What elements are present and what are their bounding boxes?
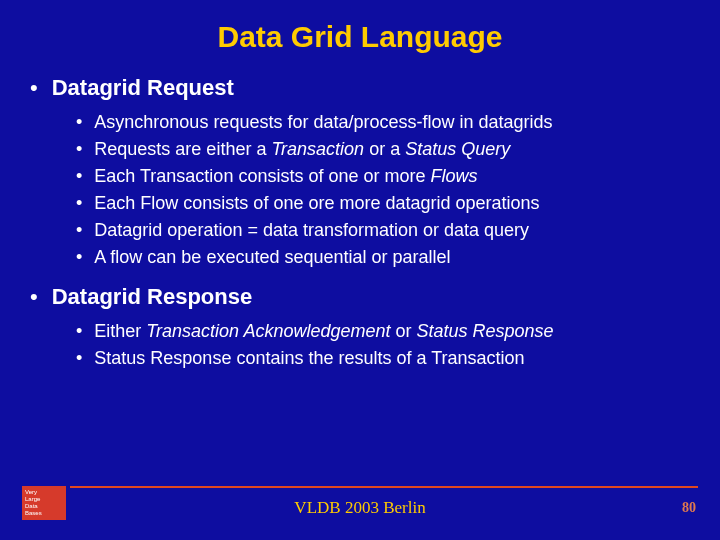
section-heading-text: Datagrid Request: [52, 74, 234, 102]
bullet-dot-icon: •: [76, 346, 82, 370]
section-heading-text: Datagrid Response: [52, 283, 253, 311]
bullet-dot-icon: •: [76, 245, 82, 269]
slide-content: • Datagrid Request • Asynchronous reques…: [0, 74, 720, 370]
page-number: 80: [682, 500, 696, 516]
list-item-text: Each Transaction consists of one or more…: [94, 164, 477, 188]
bullet-dot-icon: •: [76, 164, 82, 188]
bullet-dot-icon: •: [30, 283, 38, 311]
bullet-dot-icon: •: [30, 74, 38, 102]
list-item: • Each Transaction consists of one or mo…: [76, 164, 690, 188]
list-item: • Either Transaction Acknowledgement or …: [76, 319, 690, 343]
list-item-text: A flow can be executed sequential or par…: [94, 245, 450, 269]
logo-line: Very: [25, 489, 63, 496]
list-item-text: Datagrid operation = data transformation…: [94, 218, 529, 242]
footer-label: VLDB 2003 Berlin: [0, 498, 720, 518]
list-item: • Asynchronous requests for data/process…: [76, 110, 690, 134]
section-heading: • Datagrid Response: [30, 283, 690, 311]
divider-line: [70, 486, 698, 488]
list-item: • Datagrid operation = data transformati…: [76, 218, 690, 242]
bullet-dot-icon: •: [76, 319, 82, 343]
bullet-dot-icon: •: [76, 110, 82, 134]
list-item: • Requests are either a Transaction or a…: [76, 137, 690, 161]
list-item-text: Either Transaction Acknowledgement or St…: [94, 319, 553, 343]
list-item-text: Each Flow consists of one ore more datag…: [94, 191, 539, 215]
list-item: • Each Flow consists of one ore more dat…: [76, 191, 690, 215]
list-item: • Status Response contains the results o…: [76, 346, 690, 370]
bullet-dot-icon: •: [76, 137, 82, 161]
slide-title: Data Grid Language: [0, 0, 720, 64]
sub-list: • Either Transaction Acknowledgement or …: [76, 319, 690, 370]
list-item-text: Requests are either a Transaction or a S…: [94, 137, 510, 161]
list-item: • A flow can be executed sequential or p…: [76, 245, 690, 269]
list-item-text: Status Response contains the results of …: [94, 346, 524, 370]
section-heading: • Datagrid Request: [30, 74, 690, 102]
bullet-dot-icon: •: [76, 191, 82, 215]
sub-list: • Asynchronous requests for data/process…: [76, 110, 690, 269]
slide-footer: Very Large Data Bases VLDB 2003 Berlin 8…: [0, 486, 720, 524]
list-item-text: Asynchronous requests for data/process-f…: [94, 110, 552, 134]
bullet-dot-icon: •: [76, 218, 82, 242]
